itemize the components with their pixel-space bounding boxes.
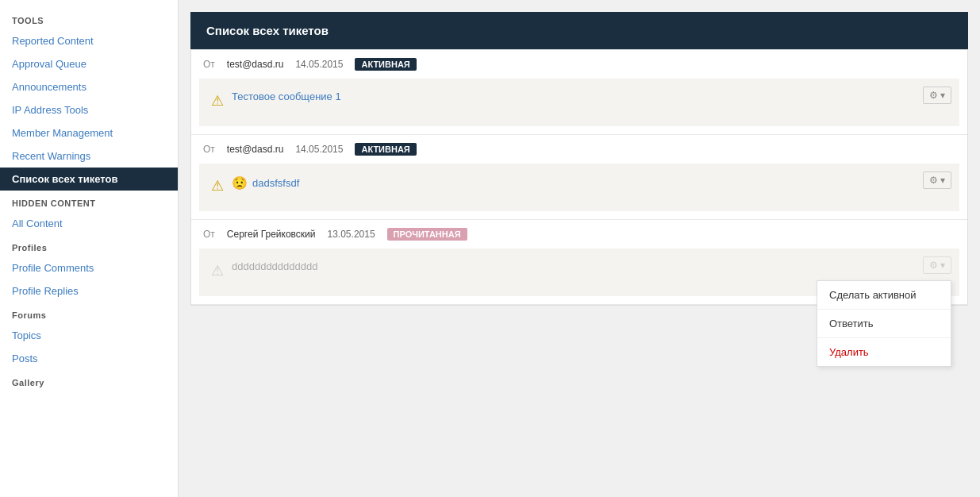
ticket-message-3: ddddddddddddddd bbox=[232, 260, 317, 272]
sidebar-item-ip-address-tools[interactable]: IP Address Tools bbox=[0, 98, 178, 121]
sidebar-item-profile-comments[interactable]: Profile Comments bbox=[0, 256, 178, 279]
sidebar-item-reported-content[interactable]: Reported Content bbox=[0, 29, 178, 52]
sidebar: TOOLS Reported Content Approval Queue An… bbox=[0, 0, 179, 497]
ticket-meta-3: От Сергей Грейковский 13.05.2015 ПРОЧИТА… bbox=[191, 220, 967, 248]
dropdown-make-active[interactable]: Сделать активной bbox=[817, 281, 951, 310]
ticket-body-3: ⚠ ddddddddddddddd ⚙ ▾ Сделать активной О… bbox=[199, 248, 959, 296]
table-row: От test@dasd.ru 14.05.2015 АКТИВНАЯ ⚠ Те… bbox=[191, 50, 967, 135]
gear-button-3[interactable]: ⚙ ▾ bbox=[923, 256, 951, 274]
ticket-date-3: 13.05.2015 bbox=[328, 229, 375, 240]
ticket-date-1: 14.05.2015 bbox=[295, 59, 343, 70]
profiles-section-title: Profiles bbox=[0, 235, 178, 256]
sidebar-item-all-tickets[interactable]: Список всех тикетов bbox=[0, 168, 178, 191]
status-badge-3: ПРОЧИТАННАЯ bbox=[387, 228, 467, 241]
sidebar-item-posts[interactable]: Posts bbox=[0, 347, 178, 370]
main-content: Список всех тикетов От test@dasd.ru 14.0… bbox=[179, 0, 980, 497]
from-email-2: test@dasd.ru bbox=[227, 144, 284, 155]
ticket-actions-2: ⚙ ▾ bbox=[923, 171, 951, 189]
sidebar-item-recent-warnings[interactable]: Recent Warnings bbox=[0, 144, 178, 168]
ticket-date-2: 14.05.2015 bbox=[295, 144, 343, 155]
tickets-list: От test@dasd.ru 14.05.2015 АКТИВНАЯ ⚠ Те… bbox=[190, 49, 968, 306]
from-prefix-3: От bbox=[203, 229, 215, 240]
ticket-message-1: Тестовое сообщение 1 bbox=[232, 91, 947, 102]
dropdown-delete[interactable]: Удалить bbox=[817, 338, 951, 366]
forums-section-title: Forums bbox=[0, 302, 178, 324]
tools-section-title: TOOLS bbox=[0, 8, 178, 29]
hidden-content-section-title: HIDDEN CONTENT bbox=[0, 191, 178, 212]
ticket-actions-3: ⚙ ▾ Сделать активной Ответить Удалить bbox=[923, 256, 951, 274]
ticket-message-2: 😟dadsfsfsdf bbox=[232, 175, 947, 191]
ticket-body-2: ⚠ 😟dadsfsfsdf ⚙ ▾ bbox=[199, 164, 959, 211]
sidebar-item-announcements[interactable]: Announcements bbox=[0, 75, 178, 98]
warning-icon-3: ⚠ bbox=[211, 262, 224, 279]
from-email-1: test@dasd.ru bbox=[227, 59, 284, 70]
from-sender-3: Сергей Грейковский bbox=[227, 229, 316, 240]
sidebar-item-all-content[interactable]: All Content bbox=[0, 212, 178, 235]
ticket-emoji-2: 😟 bbox=[232, 175, 248, 191]
sidebar-item-approval-queue[interactable]: Approval Queue bbox=[0, 52, 178, 75]
ticket-body-1: ⚠ Тестовое сообщение 1 ⚙ ▾ bbox=[199, 79, 959, 126]
warning-icon-1: ⚠ bbox=[211, 92, 224, 110]
gear-button-2[interactable]: ⚙ ▾ bbox=[923, 171, 951, 189]
table-row: От test@dasd.ru 14.05.2015 АКТИВНАЯ ⚠ 😟d… bbox=[191, 135, 967, 220]
sidebar-item-member-management[interactable]: Member Management bbox=[0, 121, 178, 144]
gear-button-1[interactable]: ⚙ ▾ bbox=[923, 87, 951, 104]
table-row: От Сергей Грейковский 13.05.2015 ПРОЧИТА… bbox=[191, 220, 967, 305]
ticket-meta-2: От test@dasd.ru 14.05.2015 АКТИВНАЯ bbox=[191, 135, 967, 164]
dropdown-reply[interactable]: Ответить bbox=[817, 310, 951, 338]
sidebar-item-profile-replies[interactable]: Profile Replies bbox=[0, 279, 178, 302]
status-badge-2: АКТИВНАЯ bbox=[355, 143, 416, 156]
from-prefix-2: От bbox=[203, 144, 215, 155]
ticket-actions-1: ⚙ ▾ bbox=[923, 87, 951, 104]
warning-icon-2: ⚠ bbox=[211, 177, 224, 195]
context-menu: Сделать активной Ответить Удалить bbox=[817, 280, 951, 367]
sidebar-item-topics[interactable]: Topics bbox=[0, 324, 178, 347]
status-badge-1: АКТИВНАЯ bbox=[355, 58, 416, 71]
from-prefix-1: От bbox=[203, 59, 215, 70]
page-title: Список всех тикетов bbox=[190, 12, 968, 49]
ticket-meta-1: От test@dasd.ru 14.05.2015 АКТИВНАЯ bbox=[191, 50, 967, 79]
gallery-section-title: Gallery bbox=[0, 370, 178, 391]
